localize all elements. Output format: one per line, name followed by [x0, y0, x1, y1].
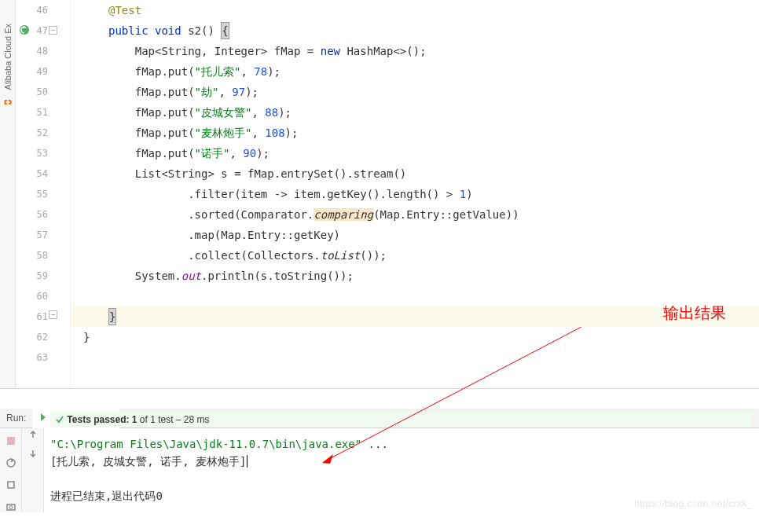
import-icon[interactable]: [28, 448, 38, 459]
fold-toggle-icon[interactable]: −: [49, 26, 57, 35]
line-number: 51: [37, 102, 48, 123]
camera-icon[interactable]: [6, 501, 16, 512]
line-number: 55: [37, 184, 48, 204]
line-number: 47: [37, 20, 48, 41]
check-icon: [55, 415, 64, 424]
tests-status-bar: Tests passed: 1 of 1 test – 28 ms: [50, 412, 753, 427]
annotation-output-label: 输出结果: [663, 303, 726, 324]
line-number: 53: [37, 143, 48, 163]
run-tool-window: Run: TestPool.s2 × » Tests passed: 1 of …: [0, 409, 759, 532]
matched-brace: }: [108, 308, 116, 325]
gutter[interactable]: 46 47 − 48 49 50 51 52 53 54 55 56 57 58…: [16, 0, 71, 388]
svg-point-2: [7, 459, 15, 467]
line-number: 49: [37, 61, 48, 82]
tool-window-bar-left[interactable]: Alibaba Cloud Ex: [0, 0, 16, 388]
line-number: 63: [37, 347, 48, 368]
line-number: 50: [37, 82, 48, 102]
svg-rect-3: [8, 482, 14, 488]
line-number: 56: [37, 204, 48, 225]
line-number: 57: [37, 225, 48, 245]
code-editor[interactable]: @Test public void s2() { Map<String, Int…: [71, 0, 759, 388]
console-line: "C:\Program Files\Java\jdk-11.0.7\bin\ja…: [50, 435, 753, 453]
line-number: 46: [37, 0, 48, 20]
console-output[interactable]: Tests passed: 1 of 1 test – 28 ms "C:\Pr…: [44, 409, 759, 512]
annotation: @Test: [108, 4, 141, 17]
stop-icon[interactable]: [6, 435, 16, 446]
watermark: https://blog.csdn.net/crxk_: [634, 497, 753, 509]
alibaba-cloud-icon: [3, 97, 13, 107]
export-icon[interactable]: [28, 429, 38, 440]
toggle-auto-icon[interactable]: [6, 479, 16, 490]
rerun-failed-icon[interactable]: [6, 457, 16, 468]
current-line-highlight: [71, 306, 759, 327]
line-number: 52: [37, 123, 48, 143]
svg-point-5: [9, 506, 13, 509]
fold-toggle-icon[interactable]: −: [49, 310, 57, 319]
line-number: 58: [37, 245, 48, 266]
cloud-toolkit-label[interactable]: Alibaba Cloud Ex: [3, 24, 13, 90]
line-number: 59: [37, 266, 48, 286]
console-line: [托儿索, 皮城女警, 诺手, 麦林炮手]: [50, 453, 753, 470]
line-number: 61: [37, 306, 48, 327]
line-number: 54: [37, 163, 48, 184]
line-number: 60: [37, 286, 48, 306]
matched-brace: {: [221, 22, 229, 39]
line-number: 48: [37, 41, 48, 61]
editor-area: Alibaba Cloud Ex 46 47 − 48 49 50 51 52 …: [0, 0, 759, 389]
run-test-icon[interactable]: [19, 24, 30, 35]
line-number: 62: [37, 327, 48, 347]
svg-rect-1: [7, 437, 15, 445]
run-label: Run:: [0, 413, 32, 424]
